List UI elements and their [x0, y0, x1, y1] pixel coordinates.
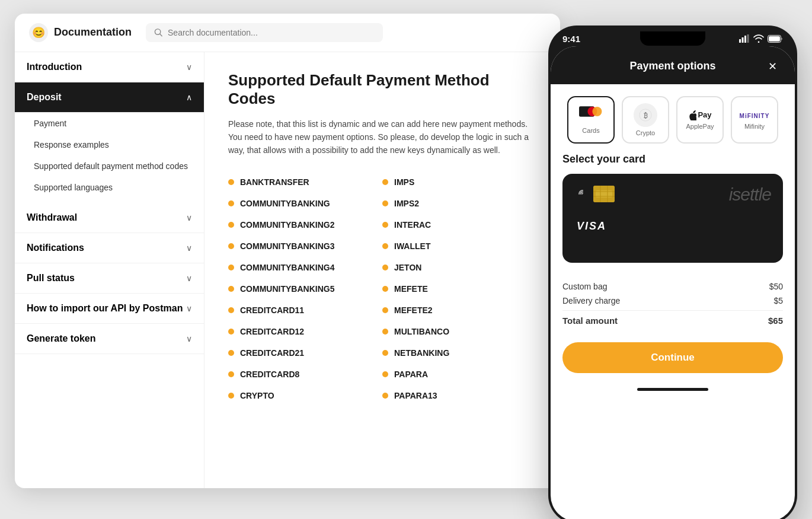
- codes-column-1: BANKTRANSFER COMMUNITYBANKING COMMUNITYB…: [228, 171, 382, 406]
- select-card-section: Select your card: [551, 153, 795, 272]
- bullet-icon: [228, 371, 234, 377]
- home-bar: [637, 388, 708, 391]
- order-row-delivery: Delivery charge $5: [562, 296, 783, 305]
- continue-button[interactable]: Continue: [562, 342, 783, 373]
- sidebar-sub-payment-codes[interactable]: Supported default payment method codes: [15, 155, 204, 177]
- bullet-icon: [228, 286, 234, 292]
- svg-rect-7: [769, 36, 780, 42]
- sidebar-sub-payment[interactable]: Payment: [15, 113, 204, 134]
- list-item: MEFETE: [382, 278, 536, 300]
- doc-header: 😊 Documentation: [15, 14, 560, 52]
- bullet-icon: [228, 200, 234, 206]
- list-item: COMMUNITYBANKING5: [228, 278, 382, 300]
- bullet-icon: [382, 286, 388, 292]
- battery-icon: [768, 35, 783, 43]
- applepay-icon: Pay: [688, 110, 711, 120]
- phone-mockup: 9:41: [548, 26, 797, 520]
- payment-codes-grid: BANKTRANSFER COMMUNITYBANKING COMMUNITYB…: [228, 171, 536, 406]
- chevron-down-icon: ∨: [186, 213, 192, 222]
- bullet-icon: [228, 243, 234, 249]
- list-item: MULTIBANCO: [382, 321, 536, 342]
- sidebar-item-notifications[interactable]: Notifications ∨: [15, 233, 204, 263]
- list-item: MEFETE2: [382, 300, 536, 321]
- cards-label: Cards: [582, 127, 599, 134]
- order-item-label: Delivery charge: [562, 296, 620, 305]
- bullet-icon: [382, 393, 388, 399]
- payment-option-cards[interactable]: Cards: [567, 96, 615, 144]
- sidebar-item-postman[interactable]: How to import our API by Postman ∨: [15, 294, 204, 324]
- bullet-icon: [228, 307, 234, 313]
- list-item: CREDITCARD12: [228, 321, 382, 342]
- status-icons: [739, 34, 783, 43]
- doc-body: Introduction ∨ Deposit ∧ Payment Respons…: [15, 52, 560, 488]
- logo-text: Documentation: [54, 26, 132, 39]
- credit-card: isettle VISA: [562, 174, 783, 263]
- page-title: Supported Default Payment Method Codes: [228, 71, 536, 108]
- scene: 😊 Documentation Introduction ∨: [15, 14, 797, 506]
- search-bar[interactable]: [146, 23, 383, 42]
- list-item: CREDITCARD21: [228, 342, 382, 364]
- bullet-icon: [382, 307, 388, 313]
- payment-option-crypto[interactable]: ₿ Crypto: [622, 96, 669, 144]
- page-description: Please note, that this list is dynamic a…: [228, 117, 536, 157]
- mifinity-label: Mifinity: [744, 123, 765, 130]
- crypto-icon: ₿: [634, 103, 657, 127]
- sidebar-item-pull-status[interactable]: Pull status ∨: [15, 263, 204, 294]
- list-item: INTERAC: [382, 214, 536, 235]
- logo-icon: 😊: [29, 23, 48, 42]
- bullet-icon: [382, 222, 388, 228]
- deposit-submenu: Payment Response examples Supported defa…: [15, 113, 204, 203]
- chevron-down-icon: ∨: [186, 273, 192, 283]
- list-item: IWALLET: [382, 235, 536, 257]
- card-brand-watermark: isettle: [729, 184, 771, 205]
- doc-main-content: Supported Default Payment Method Codes P…: [204, 52, 560, 488]
- chevron-up-icon: ∧: [186, 93, 192, 102]
- sidebar-sub-response-examples[interactable]: Response examples: [15, 134, 204, 155]
- sidebar-sub-languages[interactable]: Supported languages: [15, 177, 204, 198]
- cards-icon: [579, 106, 603, 125]
- bullet-icon: [228, 179, 234, 185]
- sidebar-item-deposit[interactable]: Deposit ∧: [15, 82, 204, 113]
- bullet-icon: [382, 179, 388, 185]
- home-indicator: [551, 383, 795, 397]
- bullet-icon: [228, 222, 234, 228]
- bullet-icon: [382, 371, 388, 377]
- total-value: $65: [768, 316, 783, 326]
- phone-notch: [640, 31, 705, 46]
- search-input[interactable]: [168, 28, 375, 37]
- chevron-down-icon: ∨: [186, 62, 192, 72]
- list-item: CREDITCARD8: [228, 364, 382, 385]
- list-item: IMPS2: [382, 193, 536, 214]
- chevron-down-icon: ∨: [186, 304, 192, 313]
- list-item: PAPARA13: [382, 385, 536, 406]
- payment-title: Payment options: [629, 60, 715, 72]
- list-item: COMMUNITYBANKING3: [228, 235, 382, 257]
- payment-options-row: Cards ₿ Crypto: [551, 84, 795, 153]
- svg-text:₿: ₿: [644, 111, 648, 119]
- status-bar: 9:41: [548, 26, 797, 44]
- svg-line-1: [160, 34, 162, 36]
- phone-screen: Payment options ✕ Cards: [551, 46, 795, 520]
- sidebar-item-generate-token[interactable]: Generate token ∨: [15, 324, 204, 354]
- payment-option-applepay[interactable]: Pay ApplePay: [676, 96, 724, 144]
- close-button[interactable]: ✕: [764, 58, 781, 75]
- svg-rect-3: [742, 37, 744, 43]
- bullet-icon: [228, 350, 234, 356]
- codes-column-2: IMPS IMPS2 INTERAC IWALLET JETON MEFETE …: [382, 171, 536, 406]
- list-item: COMMUNITYBANKING: [228, 193, 382, 214]
- order-row-custom-bag: Custom bag $50: [562, 282, 783, 291]
- bullet-icon: [382, 243, 388, 249]
- bullet-icon: [382, 350, 388, 356]
- order-item-label: Custom bag: [562, 282, 607, 291]
- sidebar-item-withdrawal[interactable]: Withdrawal ∨: [15, 203, 204, 233]
- chip-icon: [593, 186, 615, 202]
- card-network-logo: VISA: [577, 220, 769, 233]
- applepay-label: ApplePay: [686, 123, 714, 130]
- order-item-value: $50: [769, 282, 783, 291]
- list-item: COMMUNITYBANKING4: [228, 257, 382, 278]
- payment-option-mifinity[interactable]: MiFINITY Mifinity: [731, 96, 778, 144]
- wifi-tap-icon: [577, 188, 589, 200]
- sidebar-item-introduction[interactable]: Introduction ∨: [15, 52, 204, 82]
- crypto-label: Crypto: [636, 129, 655, 136]
- list-item: IMPS: [382, 171, 536, 193]
